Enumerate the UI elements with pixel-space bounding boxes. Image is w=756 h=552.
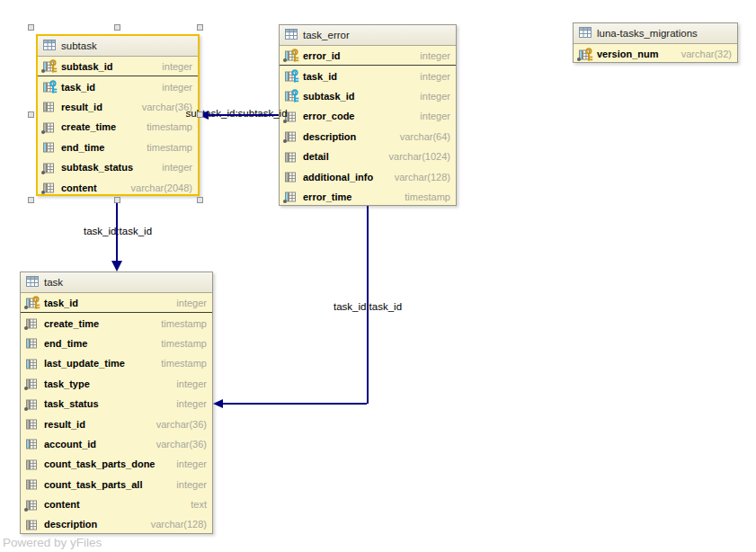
table-row-error_code[interactable]: error_codeinteger xyxy=(280,106,456,126)
column-type: varchar(128) xyxy=(144,519,207,530)
not-null-dot-icon xyxy=(24,306,28,309)
table-node-task_error[interactable]: task_errorerror_idintegertask_idintegers… xyxy=(279,24,457,206)
column-icon xyxy=(25,316,41,331)
selection-handle[interactable] xyxy=(114,197,120,203)
table-row-detail[interactable]: detailvarchar(1024) xyxy=(280,147,456,166)
column-type: varchar(36) xyxy=(149,419,207,430)
column-name: create_time xyxy=(44,318,99,329)
table-row-create_time[interactable]: create_timetimestamp xyxy=(21,313,212,333)
table-row-task_type[interactable]: task_typeinteger xyxy=(21,374,212,394)
edge-label[interactable]: task_id:task_id xyxy=(84,226,152,236)
column-type: timestamp xyxy=(139,121,192,132)
column-name: end_time xyxy=(61,142,104,153)
column-name: count_task_parts_done xyxy=(44,459,155,469)
column-name: result_id xyxy=(61,102,102,112)
not-null-dot-icon xyxy=(41,171,45,174)
selection-handle[interactable] xyxy=(28,24,34,31)
column-type: integer xyxy=(155,82,192,93)
table-row-additional_info[interactable]: additional_infovarchar(128) xyxy=(280,166,456,186)
table-row-task_id[interactable]: task_idinteger xyxy=(21,293,212,313)
diagram-canvas[interactable]: Powered by yFiles subtasksubtask_idinteg… xyxy=(0,0,756,552)
column-type: integer xyxy=(413,91,450,102)
edge-arrowhead-icon[interactable] xyxy=(111,261,122,272)
table-row-task_status[interactable]: task_statusinteger xyxy=(21,394,212,414)
table-row-description[interactable]: descriptionvarchar(64) xyxy=(280,127,456,147)
selection-handle[interactable] xyxy=(197,111,203,118)
primary-key-icon xyxy=(42,58,58,74)
table-row-account_id[interactable]: account_idvarchar(36) xyxy=(21,434,212,454)
column-icon xyxy=(42,120,58,135)
relationship-edge-segment[interactable] xyxy=(222,403,367,405)
column-name: error_code xyxy=(303,111,354,121)
table-row-end_time[interactable]: end_timetimestamp xyxy=(21,334,212,353)
selection-handle[interactable] xyxy=(114,24,120,31)
column-name: create_time xyxy=(61,121,116,132)
not-null-dot-icon xyxy=(24,508,28,512)
selection-handle[interactable] xyxy=(28,197,34,203)
selection-handle[interactable] xyxy=(197,24,203,31)
table-row-end_time[interactable]: end_timetimestamp xyxy=(38,138,198,157)
table-row-task_id[interactable]: task_idinteger xyxy=(280,66,456,85)
column-icon xyxy=(25,457,41,472)
table-header[interactable]: subtask xyxy=(38,36,198,57)
table-title: luna-tasks_migrations xyxy=(597,28,698,39)
column-icon xyxy=(284,149,300,165)
table-row-create_time[interactable]: create_timetimestamp xyxy=(38,117,198,137)
primary-key-icon xyxy=(284,48,300,63)
column-name: description xyxy=(44,519,97,530)
table-row-version_num[interactable]: version_numvarchar(32) xyxy=(574,44,737,64)
table-header[interactable]: luna-tasks_migrations xyxy=(574,23,737,44)
table-row-error_time[interactable]: error_timetimestamp xyxy=(280,187,456,207)
table-row-result_id[interactable]: result_idvarchar(36) xyxy=(21,414,212,433)
column-name: task_id xyxy=(61,82,95,93)
not-null-dot-icon xyxy=(24,326,28,330)
table-row-description[interactable]: descriptionvarchar(128) xyxy=(21,514,212,534)
table-title: task_error xyxy=(303,30,350,40)
column-icon xyxy=(25,416,41,432)
column-name: task_id xyxy=(303,71,337,82)
table-row-error_id[interactable]: error_idinteger xyxy=(280,46,456,66)
column-icon xyxy=(25,376,41,391)
table-node-luna-tasks_migrations[interactable]: luna-tasks_migrationsversion_numvarchar(… xyxy=(573,22,738,63)
table-header[interactable]: task xyxy=(21,272,212,293)
column-icon xyxy=(284,189,300,204)
table-header[interactable]: task_error xyxy=(280,25,456,46)
relationship-edge-segment[interactable] xyxy=(207,114,279,116)
table-grid-icon xyxy=(579,25,591,41)
table-row-result_id[interactable]: result_idvarchar(36) xyxy=(38,97,198,117)
table-row-content[interactable]: contenttext xyxy=(21,494,212,514)
column-name: task_type xyxy=(44,378,90,389)
column-icon xyxy=(25,517,41,532)
table-row-count_task_parts_all[interactable]: count_task_parts_allinteger xyxy=(21,475,212,494)
column-name: result_id xyxy=(44,419,85,430)
table-row-subtask_id[interactable]: subtask_idinteger xyxy=(280,86,456,106)
table-row-last_update_time[interactable]: last_update_timetimestamp xyxy=(21,353,212,373)
table-node-task[interactable]: tasktask_idintegercreate_timetimestampen… xyxy=(20,272,213,534)
table-row-count_task_parts_done[interactable]: count_task_parts_doneinteger xyxy=(21,454,212,474)
selection-handle[interactable] xyxy=(28,111,34,118)
column-name: content xyxy=(44,499,80,510)
table-row-subtask_id[interactable]: subtask_idinteger xyxy=(38,57,198,76)
edge-arrowhead-icon[interactable] xyxy=(213,399,223,408)
column-type: integer xyxy=(413,50,450,61)
table-node-subtask[interactable]: subtasksubtask_idintegertask_idintegerre… xyxy=(36,34,200,196)
column-type: integer xyxy=(155,61,192,72)
table-title: task xyxy=(44,277,63,288)
column-name: subtask_id xyxy=(303,91,354,102)
column-icon xyxy=(42,180,58,195)
column-type: integer xyxy=(413,111,450,121)
relationship-edge-segment[interactable] xyxy=(116,197,118,262)
table-grid-icon xyxy=(285,27,298,43)
column-icon xyxy=(284,169,300,184)
table-row-content[interactable]: contentvarchar(2048) xyxy=(38,177,198,197)
column-name: subtask_id xyxy=(61,61,112,72)
table-row-subtask_status[interactable]: subtask_statusinteger xyxy=(38,157,198,177)
column-type: integer xyxy=(155,162,192,173)
relationship-edge-segment[interactable] xyxy=(367,206,369,404)
foreign-key-icon xyxy=(284,88,300,103)
table-row-task_id[interactable]: task_idinteger xyxy=(38,76,198,96)
selection-handle[interactable] xyxy=(197,197,203,203)
column-type: integer xyxy=(169,298,207,308)
column-name: task_status xyxy=(44,398,99,409)
not-null-dot-icon xyxy=(283,200,287,203)
